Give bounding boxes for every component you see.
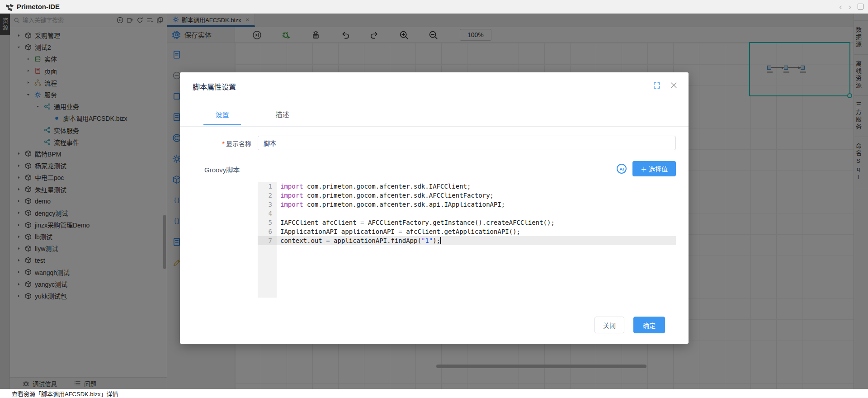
status-text: 查看资源「脚本调用AFCSDK.bizx」详情 — [12, 389, 118, 398]
code-text: import com.primeton.gocom.afcenter.sdk.A… — [277, 191, 494, 200]
code-text: import com.primeton.gocom.afcenter.sdk.I… — [277, 182, 471, 191]
nav-forward-icon[interactable]: › — [849, 2, 851, 11]
dialog-ok-button[interactable]: 确定 — [633, 317, 665, 333]
line-number: 2 — [258, 191, 277, 200]
groovy-script-label: Groovy脚本 — [204, 165, 240, 174]
code-text: IApplicationAPI applicationAPI = afcClie… — [277, 227, 520, 236]
line-number — [258, 290, 277, 298]
groovy-code-editor[interactable]: 1import com.primeton.gocom.afcenter.sdk.… — [258, 182, 676, 298]
nav-back-icon[interactable]: ‹ — [839, 2, 842, 11]
line-number: 4 — [258, 209, 277, 218]
code-line[interactable] — [258, 281, 676, 290]
line-number: 1 — [258, 182, 277, 191]
window-controls: ‹ › — [839, 2, 863, 11]
line-number — [258, 272, 277, 281]
code-line[interactable]: 2import com.primeton.gocom.afcenter.sdk.… — [258, 191, 676, 200]
line-number — [258, 254, 277, 263]
app-title: Primeton-IDE — [17, 3, 60, 10]
required-asterisk: * — [222, 140, 225, 147]
line-number — [258, 263, 277, 272]
fullscreen-icon[interactable] — [653, 82, 660, 89]
code-line[interactable]: 7context.out = applicationAPI.findApp("1… — [258, 236, 676, 245]
display-name-label: *显示名称 — [180, 139, 251, 148]
code-line[interactable] — [258, 272, 676, 281]
title-bar: Primeton-IDE ‹ › — [0, 0, 868, 14]
line-number — [258, 281, 277, 290]
code-text — [277, 281, 280, 290]
code-line[interactable]: 5IAFCClient afcClient = AFCClientFactory… — [258, 218, 676, 227]
dialog-tabs: 设置描述 — [203, 109, 301, 125]
code-line[interactable]: 4 — [258, 209, 676, 218]
code-line[interactable] — [258, 263, 676, 272]
code-text — [277, 245, 280, 254]
dialog-close-button[interactable]: 关闭 — [594, 317, 624, 333]
code-line[interactable]: 1import com.primeton.gocom.afcenter.sdk.… — [258, 182, 676, 191]
code-line[interactable] — [258, 254, 676, 263]
code-text: import com.primeton.gocom.afcenter.sdk.a… — [277, 200, 505, 209]
groovy-actions: AI ＋ 选择值 — [616, 161, 676, 176]
code-line[interactable] — [258, 245, 676, 254]
text-cursor — [440, 237, 441, 244]
close-icon[interactable] — [670, 81, 678, 89]
script-properties-dialog: 脚本属性设置 设置描述 *显示名称 Groovy脚本 AI ＋ 选择值 1imp… — [180, 72, 689, 344]
code-text — [277, 290, 280, 298]
display-name-input[interactable] — [258, 136, 676, 150]
main-area: 资源 AI 采购管理测试2实体页面流程服务通用业务脚本调用AFCSDK.bizx… — [0, 14, 868, 389]
code-text — [277, 263, 280, 272]
ai-assist-icon[interactable]: AI — [616, 163, 627, 174]
line-number: 7 — [258, 236, 277, 245]
dialog-tab[interactable]: 描述 — [264, 109, 301, 125]
select-value-button[interactable]: ＋ 选择值 — [632, 161, 676, 176]
code-line[interactable]: 6IApplicationAPI applicationAPI = afcCli… — [258, 227, 676, 236]
code-line[interactable]: 3import com.primeton.gocom.afcenter.sdk.… — [258, 200, 676, 209]
line-number: 3 — [258, 200, 277, 209]
dialog-tab[interactable]: 设置 — [203, 109, 241, 125]
app-logo-icon — [5, 2, 14, 11]
application-window: Primeton-IDE ‹ › 资源 AI 采购管理测试2实体页面流程服务通用… — [0, 0, 868, 398]
line-number: 5 — [258, 218, 277, 227]
window-layout-icon[interactable] — [858, 4, 863, 9]
code-text: IAFCClient afcClient = AFCClientFactory.… — [277, 218, 555, 227]
code-text — [277, 272, 280, 281]
line-number — [258, 245, 277, 254]
dialog-title: 脚本属性设置 — [193, 81, 236, 92]
svg-text:AI: AI — [619, 166, 624, 171]
code-line[interactable] — [258, 290, 676, 298]
status-bar: 查看资源「脚本调用AFCSDK.bizx」详情 — [0, 389, 868, 398]
code-text — [277, 209, 280, 218]
code-text — [277, 254, 280, 263]
code-text: context.out = applicationAPI.findApp("1"… — [277, 236, 441, 245]
tab-divider — [180, 126, 689, 127]
line-number: 6 — [258, 227, 277, 236]
